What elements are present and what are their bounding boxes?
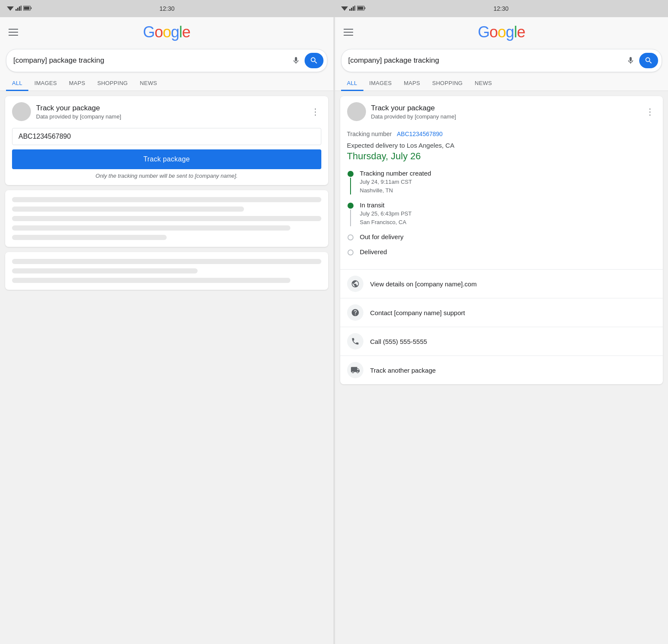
svg-rect-12: [354, 6, 355, 11]
svg-marker-8: [341, 6, 348, 11]
left-content-area: Track your package Data provided by [com…: [0, 91, 333, 644]
left-tab-images[interactable]: IMAGES: [28, 76, 63, 91]
svg-rect-7: [24, 7, 29, 10]
skeleton-line: [12, 268, 198, 273]
right-nav-tabs: ALL IMAGES MAPS SHOPPING NEWS: [335, 76, 668, 91]
status-time-left: 12:30: [159, 5, 174, 12]
timeline-title-4: Delivered: [360, 248, 656, 255]
left-card-header-text: Track your package Data provided by [com…: [36, 104, 304, 120]
help-icon: [347, 304, 363, 321]
left-tab-maps[interactable]: MAPS: [63, 76, 91, 91]
right-tab-news[interactable]: NEWS: [469, 76, 498, 91]
left-skeleton-card-1: [5, 190, 328, 247]
timeline-detail-2: July 25, 6:43pm PSTSan Francisco, CA: [360, 210, 656, 226]
logo-l-r: l: [514, 23, 517, 41]
tracking-number-label: Tracking number: [347, 131, 392, 137]
logo-o1: o: [155, 23, 163, 41]
timeline-title-2: In transit: [360, 201, 656, 209]
screen-left: Google [company] package tracking: [0, 17, 333, 644]
timeline-content-3: Out for delivery: [360, 233, 656, 241]
action-row-contact-support[interactable]: Contact [company name] support: [340, 298, 663, 327]
right-card-subtitle: Data provided by [company name]: [371, 113, 639, 120]
skeleton-line: [12, 225, 290, 231]
timeline-left-2: [347, 201, 354, 226]
skeleton-line: [12, 197, 321, 202]
right-content-area: Track your package Data provided by [com…: [335, 91, 668, 644]
timeline-line-1: [350, 178, 351, 194]
right-card-header-text: Track your package Data provided by [com…: [371, 104, 639, 120]
timeline-detail-1: July 24, 9:11am CSTNashville, TN: [360, 178, 656, 194]
status-time-right: 12:30: [494, 5, 509, 12]
left-search-button[interactable]: [305, 53, 323, 68]
left-top-bar: Google: [0, 17, 333, 46]
left-tab-shopping[interactable]: SHOPPING: [91, 76, 134, 91]
right-card-header: Track your package Data provided by [com…: [340, 96, 663, 125]
left-mic-icon[interactable]: [290, 55, 302, 67]
status-bar-right: 12:30: [334, 0, 668, 17]
action-text-view-details: View details on [company name].com: [370, 280, 477, 288]
right-tab-images[interactable]: IMAGES: [363, 76, 398, 91]
logo-e: e: [182, 23, 190, 41]
right-search-button[interactable]: [639, 53, 658, 68]
action-row-track-another[interactable]: Track another package: [340, 355, 663, 384]
screen-right: Google [company] package tracking: [335, 17, 668, 644]
left-track-button[interactable]: Track package: [12, 149, 321, 169]
right-mic-icon[interactable]: [625, 55, 637, 67]
timeline-item-4: Delivered: [347, 248, 656, 262]
logo-o2-r: o: [497, 23, 506, 41]
right-search-container: [company] package tracking: [335, 46, 668, 76]
timeline-title-3: Out for delivery: [360, 233, 656, 240]
right-tab-maps[interactable]: MAPS: [398, 76, 426, 91]
timeline-content-2: In transit July 25, 6:43pm PSTSan Franci…: [360, 201, 656, 226]
svg-rect-9: [349, 9, 351, 11]
left-card-subtitle: Data provided by [company name]: [36, 113, 304, 120]
svg-rect-6: [31, 7, 31, 9]
skeleton-line: [12, 207, 244, 212]
timeline-left-4: [347, 248, 354, 255]
left-tab-all[interactable]: ALL: [6, 76, 28, 91]
logo-g2: g: [171, 23, 179, 41]
right-top-bar: Google: [335, 17, 668, 46]
svg-rect-10: [351, 8, 352, 11]
timeline-line-2: [350, 210, 351, 226]
svg-marker-0: [7, 6, 14, 11]
left-google-logo: Google: [20, 23, 314, 41]
timeline-dot-3: [348, 234, 354, 240]
left-hamburger-icon[interactable]: [7, 27, 20, 37]
action-row-call[interactable]: Call (555) 555-5555: [340, 327, 663, 355]
left-company-logo: [12, 102, 31, 121]
logo-g: G: [143, 23, 155, 41]
skeleton-line: [12, 235, 167, 240]
timeline-title-1: Tracking number created: [360, 170, 656, 177]
left-nav-tabs: ALL IMAGES MAPS SHOPPING NEWS: [0, 76, 333, 91]
left-card-title: Track your package: [36, 104, 304, 112]
action-row-view-details[interactable]: View details on [company name].com: [340, 269, 663, 298]
timeline-left-3: [347, 233, 354, 241]
right-search-text: [company] package tracking: [348, 56, 625, 65]
status-bar: 12:30 12:30: [0, 0, 668, 17]
timeline: Tracking number created July 24, 9:11am …: [347, 168, 656, 264]
left-search-bar[interactable]: [company] package tracking: [6, 49, 327, 72]
right-tab-all[interactable]: ALL: [341, 76, 363, 91]
screens-container: Google [company] package tracking: [0, 17, 668, 644]
right-search-bar[interactable]: [company] package tracking: [341, 49, 662, 72]
right-hamburger-icon[interactable]: [342, 27, 355, 37]
left-tab-news[interactable]: NEWS: [134, 76, 163, 91]
right-tracking-info: Tracking number ABC1234567890 Expected d…: [340, 125, 663, 269]
right-company-logo: [347, 102, 366, 121]
delivery-label: Expected delivery to Los Angeles, CA: [347, 142, 656, 149]
tracking-number-value[interactable]: ABC1234567890: [397, 131, 443, 137]
action-text-call: Call (555) 555-5555: [370, 338, 427, 345]
timeline-item-3: Out for delivery: [347, 233, 656, 248]
timeline-item-2: In transit July 25, 6:43pm PSTSan Franci…: [347, 201, 656, 233]
skeleton-line: [12, 259, 321, 264]
left-skeleton-card-2: [5, 252, 328, 290]
skeleton-line: [12, 216, 321, 221]
logo-g2-r: g: [506, 23, 514, 41]
right-tab-shopping[interactable]: SHOPPING: [426, 76, 469, 91]
globe-icon: [347, 276, 363, 292]
svg-rect-1: [15, 9, 17, 11]
left-more-icon[interactable]: ⋮: [309, 105, 321, 118]
left-tracking-input[interactable]: [12, 128, 321, 145]
right-more-icon[interactable]: ⋮: [644, 105, 656, 118]
